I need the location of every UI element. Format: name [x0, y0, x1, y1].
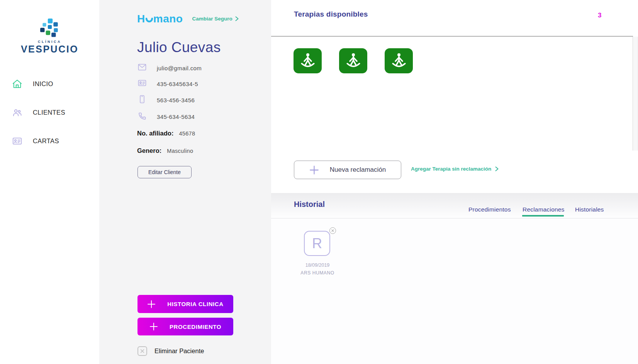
sidebar-item-cartas[interactable]: CARTAS [12, 135, 59, 147]
claim-card-letter: R [312, 235, 322, 252]
add-procedure-label: PROCEDIMIENTO [170, 323, 221, 330]
gender-value: Masculino [167, 148, 193, 154]
header-divider [271, 36, 633, 37]
chevron-right-icon [235, 16, 239, 21]
sidebar-item-inicio[interactable]: INICIO [12, 78, 53, 90]
users-icon [12, 107, 22, 118]
insurer-row: H mano Cambiar Seguro [137, 13, 239, 25]
therapy-tile[interactable] [339, 48, 367, 73]
therapies-title: Terapias disponibles [294, 10, 368, 19]
clinic-cross-icon [39, 19, 61, 38]
add-procedure-button[interactable]: PROCEDIMIENTO [137, 318, 233, 335]
smile-u-icon [146, 18, 153, 24]
sidebar-item-label: INICIO [33, 80, 53, 88]
claim-card[interactable]: R [304, 231, 330, 256]
history-title: Historial [294, 200, 325, 209]
plus-icon [149, 322, 158, 331]
patient-mobile: 563-456-3456 [157, 97, 195, 103]
gender-label: Genero: [137, 147, 161, 154]
add-clinical-history-button[interactable]: HISTORIA CLINICA [137, 295, 233, 313]
contact-row-id: 435-6345634-5 [137, 79, 198, 89]
person-balance-icon [390, 52, 408, 70]
tab-historiales[interactable]: Historiales [575, 206, 604, 213]
patient-id-number: 435-6345634-5 [157, 81, 198, 87]
sidebar: CLÍNICA VESPUCIO INICIO [0, 0, 99, 364]
delete-patient-button[interactable]: Eliminar Paciente [137, 346, 204, 356]
clinic-logo: CLÍNICA VESPUCIO [0, 19, 99, 55]
sidebar-item-clientes[interactable]: CLIENTES [12, 107, 65, 118]
gender-row: Genero: Masculino [137, 147, 193, 154]
add-therapy-label: Agregar Terapia sin reclamación [411, 166, 491, 172]
main-content: Terapias disponibles 3 [271, 0, 638, 364]
claim-card-close-icon[interactable] [329, 227, 336, 234]
humano-logo-text: mano [153, 13, 183, 25]
close-x-icon [137, 346, 147, 356]
tab-reclamaciones[interactable]: Reclamaciones [523, 206, 565, 213]
chevron-right-icon [495, 166, 499, 171]
claim-card-date: 18/09/2019 [290, 262, 345, 268]
tabs-divider [271, 218, 638, 218]
contact-row-phone: 345-634-5634 [137, 112, 195, 122]
mobile-icon [137, 95, 147, 105]
therapy-tile[interactable] [294, 48, 322, 73]
id-card-icon [12, 136, 22, 146]
home-icon [12, 79, 22, 89]
phone-icon [137, 111, 147, 122]
clinic-logo-subtitle: CLÍNICA [0, 40, 99, 44]
sidebar-item-label: CARTAS [33, 137, 59, 145]
plus-icon [309, 165, 319, 175]
scrollbar-track[interactable] [633, 37, 638, 151]
person-balance-icon [344, 52, 362, 70]
new-claim-label: Nueva reclamación [330, 166, 386, 174]
change-insurer-link[interactable]: Cambiar Seguro [192, 16, 239, 22]
humano-logo: H mano [137, 13, 183, 25]
contact-row-email: julio@gmail.com [137, 63, 202, 73]
patient-email: julio@gmail.com [157, 65, 202, 71]
tab-procedimientos[interactable]: Procedimientos [468, 206, 511, 213]
contact-row-mobile: 563-456-3456 [137, 95, 195, 105]
history-section [271, 193, 638, 364]
affiliate-value: 45678 [179, 130, 195, 137]
therapy-tile[interactable] [385, 48, 413, 73]
add-clinical-history-label: HISTORIA CLINICA [167, 301, 223, 307]
sidebar-item-label: CLIENTES [33, 109, 65, 116]
humano-logo-text: H [137, 13, 145, 25]
new-claim-button[interactable]: Nueva reclamación [294, 161, 401, 179]
patient-phone: 345-634-5634 [157, 113, 195, 120]
active-tab-underline [522, 215, 564, 217]
affiliate-label: No. afiliado: [137, 130, 173, 137]
clinic-logo-name: VESPUCIO [0, 44, 99, 55]
envelope-icon [137, 63, 147, 73]
edit-client-button[interactable]: Editar Cliente [137, 166, 192, 178]
person-balance-icon [299, 52, 317, 70]
patient-name: Julio Cuevas [137, 39, 221, 56]
plus-icon [147, 300, 156, 308]
delete-patient-label: Eliminar Paciente [154, 347, 204, 355]
affiliate-row: No. afiliado: 45678 [137, 130, 195, 137]
claim-card-source: ARS HUMANO [290, 270, 345, 276]
add-therapy-without-claim-link[interactable]: Agregar Terapia sin reclamación [411, 166, 499, 172]
id-card-icon [137, 78, 147, 89]
change-insurer-label: Cambiar Seguro [192, 16, 232, 22]
app-window: CLÍNICA VESPUCIO INICIO [0, 0, 638, 364]
patient-panel: H mano Cambiar Seguro Julio Cuevas [99, 0, 271, 364]
therapies-count-badge: 3 [598, 12, 601, 19]
